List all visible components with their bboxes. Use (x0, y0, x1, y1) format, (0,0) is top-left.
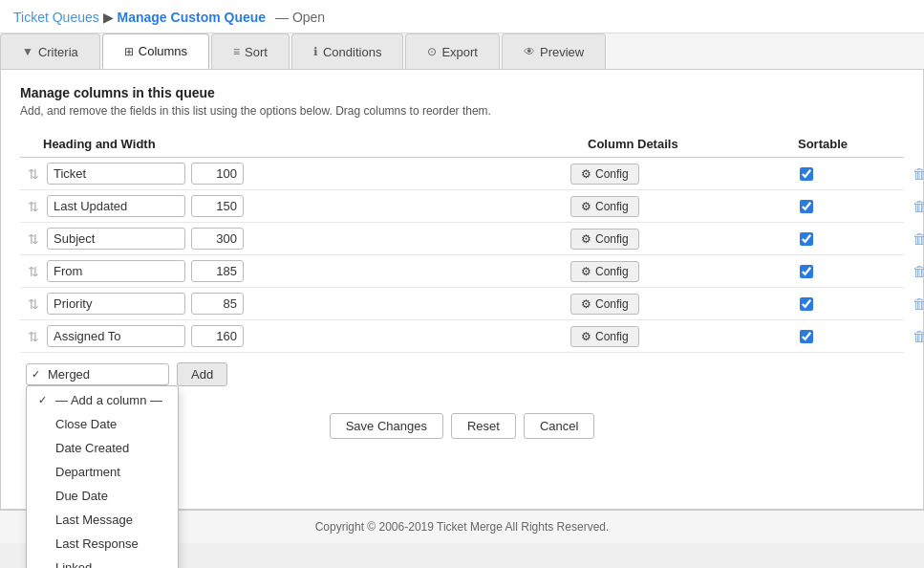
gear-icon: ⚙ (581, 200, 591, 213)
delete-icon-4[interactable]: 🗑 (913, 263, 925, 279)
table-row: ⇅ ⚙ Config 🗑 (20, 320, 904, 353)
delete-icon-5[interactable]: 🗑 (913, 295, 925, 312)
column-width-input-6[interactable] (191, 325, 244, 347)
config-button-4[interactable]: ⚙ Config (570, 261, 639, 282)
section-desc: Add, and remove the fields in this list … (20, 104, 904, 118)
dropdown-item-due-date[interactable]: Due Date (27, 484, 178, 508)
col-header-details: Column Details (588, 137, 798, 151)
column-name-input-2[interactable] (47, 195, 185, 217)
tab-export-label: Export (441, 45, 478, 59)
drag-handle-icon[interactable]: ⇅ (26, 264, 41, 279)
column-width-input-5[interactable] (191, 293, 244, 315)
config-button-2[interactable]: ⚙ Config (570, 196, 639, 217)
sortable-cell-6 (781, 330, 895, 343)
sortable-checkbox-4[interactable] (800, 265, 813, 278)
dropdown-item-linked[interactable]: Linked (27, 556, 178, 568)
config-button-1[interactable]: ⚙ Config (570, 164, 639, 185)
config-cell-1: ⚙ Config (570, 164, 781, 185)
table-row: ⇅ ⚙ Config 🗑 (20, 255, 904, 288)
criteria-icon: ▼ (22, 45, 33, 58)
add-column-button[interactable]: Add (177, 362, 227, 386)
config-cell-3: ⚙ Config (570, 229, 781, 250)
section-title: Manage columns in this queue (20, 85, 904, 100)
dropdown-item-close-date[interactable]: Close Date (27, 412, 178, 436)
drag-handle-icon[interactable]: ⇅ (26, 231, 41, 247)
tab-sort-label: Sort (245, 45, 268, 59)
tab-criteria[interactable]: ▼ Criteria (0, 33, 100, 69)
columns-icon: ⊞ (124, 45, 134, 58)
config-button-3[interactable]: ⚙ Config (570, 229, 639, 250)
delete-icon-3[interactable]: 🗑 (913, 230, 925, 247)
gear-icon: ⚙ (581, 232, 591, 246)
drag-handle-icon[interactable]: ⇅ (26, 329, 41, 344)
select-wrapper: ✓ — Add a column — Close Date Date Creat… (26, 363, 169, 385)
sortable-cell-1 (781, 167, 895, 181)
breadcrumb-separator: ▶ (103, 10, 118, 25)
export-icon: ⊙ (427, 45, 437, 58)
table-row: ⇅ ⚙ Config 🗑 (20, 223, 904, 255)
preview-icon: 👁 (524, 45, 535, 58)
drag-handle-icon[interactable]: ⇅ (26, 166, 41, 182)
tab-sort[interactable]: ≡ Sort (211, 33, 290, 69)
sortable-cell-5 (781, 297, 895, 311)
table-row: ⇅ ⚙ Config 🗑 (20, 190, 904, 223)
delete-icon-2[interactable]: 🗑 (913, 198, 925, 214)
add-column-select[interactable]: — Add a column — Close Date Date Created… (26, 363, 169, 385)
tab-export[interactable]: ⊙ Export (405, 33, 500, 69)
breadcrumb-link[interactable]: Ticket Queues (13, 10, 99, 25)
column-width-input-3[interactable] (191, 228, 244, 250)
save-changes-button[interactable]: Save Changes (330, 413, 443, 439)
column-name-input-6[interactable] (47, 325, 185, 347)
sortable-checkbox-3[interactable] (800, 232, 813, 246)
sortable-cell-2 (781, 200, 895, 213)
tab-conditions[interactable]: ℹ Conditions (291, 33, 403, 69)
dropdown-item-add-column[interactable]: — Add a column — (27, 388, 178, 412)
delete-icon-6[interactable]: 🗑 (913, 328, 925, 344)
dropdown-item-last-response[interactable]: Last Response (27, 532, 178, 556)
column-width-input-2[interactable] (191, 195, 244, 217)
reset-button[interactable]: Reset (451, 413, 516, 439)
delete-cell-5: 🗑 (895, 295, 924, 312)
sort-icon: ≡ (233, 45, 240, 58)
tab-preview[interactable]: 👁 Preview (502, 33, 606, 69)
sortable-checkbox-2[interactable] (800, 200, 813, 213)
drag-handle-icon[interactable]: ⇅ (26, 199, 41, 214)
column-name-input-1[interactable] (47, 163, 185, 185)
gear-icon: ⚙ (581, 265, 591, 278)
gear-icon: ⚙ (581, 330, 591, 343)
breadcrumb: Ticket Queues ▶ Manage Custom Queue — Op… (13, 10, 325, 25)
gear-icon: ⚙ (581, 297, 591, 311)
column-name-input-4[interactable] (47, 260, 185, 282)
column-name-input-3[interactable] (47, 228, 185, 250)
delete-cell-1: 🗑 (895, 165, 924, 182)
tab-columns[interactable]: ⊞ Columns (102, 33, 209, 69)
col-header-actions (913, 137, 924, 151)
tab-columns-label: Columns (139, 44, 187, 58)
delete-cell-6: 🗑 (895, 328, 924, 344)
page-status: — Open (275, 10, 325, 25)
dropdown-item-department[interactable]: Department (27, 460, 178, 484)
config-button-5[interactable]: ⚙ Config (570, 294, 639, 315)
column-name-input-5[interactable] (47, 293, 185, 315)
delete-cell-4: 🗑 (895, 263, 924, 279)
table-header: Heading and Width Column Details Sortabl… (20, 131, 904, 158)
drag-handle-icon[interactable]: ⇅ (26, 296, 41, 312)
column-width-input-1[interactable] (191, 163, 244, 185)
dropdown-item-last-message[interactable]: Last Message (27, 508, 178, 532)
conditions-icon: ℹ (313, 45, 318, 58)
config-cell-2: ⚙ Config (570, 196, 781, 217)
sortable-checkbox-1[interactable] (800, 167, 813, 181)
dropdown-item-date-created[interactable]: Date Created (27, 436, 178, 460)
table-row: ⇅ ⚙ Config 🗑 (20, 288, 904, 320)
column-width-input-4[interactable] (191, 260, 244, 282)
sortable-checkbox-6[interactable] (800, 330, 813, 343)
table-row: ⇅ ⚙ Config 🗑 (20, 158, 904, 190)
col-header-heading: Heading and Width (43, 137, 588, 151)
cancel-button[interactable]: Cancel (524, 413, 594, 439)
delete-cell-2: 🗑 (895, 198, 924, 214)
config-cell-4: ⚙ Config (570, 261, 781, 282)
config-button-6[interactable]: ⚙ Config (570, 326, 639, 347)
delete-icon-1[interactable]: 🗑 (913, 165, 925, 182)
sortable-checkbox-5[interactable] (800, 297, 813, 311)
config-cell-5: ⚙ Config (570, 294, 781, 315)
